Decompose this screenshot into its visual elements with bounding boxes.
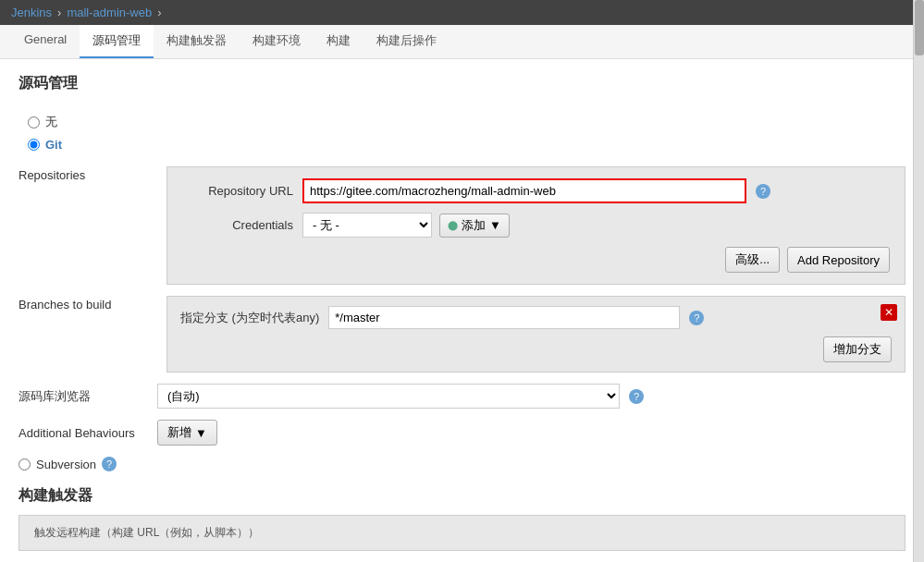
branch-specifier-label: 指定分支 (为空时代表any)	[180, 310, 319, 326]
branches-box: ✕ 指定分支 (为空时代表any) ? 增加分支	[166, 296, 906, 373]
radio-subversion[interactable]	[18, 458, 31, 470]
project-link[interactable]: mall-admin-web	[67, 6, 152, 19]
radio-group-scm: 无 Git	[28, 114, 906, 152]
subversion-help-icon[interactable]: ?	[102, 457, 117, 471]
repository-url-row: Repository URL ?	[182, 178, 890, 203]
radio-git-label: Git	[45, 138, 62, 152]
sep2: ›	[157, 6, 161, 19]
tab-source-management[interactable]: 源码管理	[80, 25, 154, 58]
tab-build-env[interactable]: 构建环境	[240, 25, 314, 58]
additional-behaviours-row: Additional Behaviours 新增 ▼	[18, 420, 906, 446]
tab-build-triggers[interactable]: 构建触发器	[154, 25, 240, 58]
section-title-triggers: 构建触发器	[18, 486, 906, 506]
repos-actions: 高级... Add Repository	[182, 247, 890, 273]
radio-none-label: 无	[45, 114, 57, 130]
delete-branch-button[interactable]: ✕	[881, 304, 897, 321]
new-label: 新增	[167, 424, 191, 441]
subversion-row: Subversion ?	[18, 457, 906, 471]
top-bar: Jenkins › mall-admin-web ›	[0, 0, 924, 25]
add-arrow-icon: ▼	[489, 218, 501, 232]
branch-actions: 增加分支	[180, 336, 892, 362]
repositories-box: Repository URL ? Credentials - 无 - ⬤	[166, 166, 906, 285]
advanced-button[interactable]: 高级...	[725, 247, 780, 273]
source-browser-label: 源码库浏览器	[18, 388, 148, 405]
add-credentials-button[interactable]: ⬤ 添加 ▼	[439, 214, 510, 238]
radio-item-git[interactable]: Git	[28, 138, 906, 152]
credentials-select[interactable]: - 无 -	[302, 213, 432, 238]
section-title-source: 源码管理	[18, 74, 906, 99]
branches-label-col: Branches to build	[18, 296, 166, 373]
credentials-controls: - 无 - ⬤ 添加 ▼	[302, 213, 510, 238]
trigger-box: 触发远程构建（构建 URL（例如，从脚本））	[18, 515, 906, 551]
tabs: General 源码管理 构建触发器 构建环境 构建 构建后操作	[0, 25, 924, 59]
new-arrow-icon: ▼	[195, 426, 207, 440]
add-repository-button[interactable]: Add Repository	[787, 247, 890, 273]
add-branch-button[interactable]: 增加分支	[823, 336, 892, 362]
credentials-row: Credentials - 无 - ⬤ 添加 ▼	[182, 213, 890, 238]
credentials-label: Credentials	[182, 218, 293, 232]
branch-help-icon[interactable]: ?	[689, 311, 704, 325]
branch-specifier-input[interactable]	[328, 306, 680, 329]
branches-label: Branches to build	[18, 298, 111, 312]
repo-url-help-icon[interactable]: ?	[756, 184, 770, 199]
new-behaviour-button[interactable]: 新增 ▼	[157, 420, 217, 446]
source-browser-help-icon[interactable]: ?	[629, 389, 644, 404]
add-dot-icon: ⬤	[448, 220, 458, 230]
tab-build[interactable]: 构建	[314, 25, 363, 58]
jenkins-link[interactable]: Jenkins	[11, 6, 52, 19]
tab-post-build[interactable]: 构建后操作	[363, 25, 450, 58]
scrollbar-thumb[interactable]	[915, 0, 924, 55]
source-browser-select[interactable]: (自动)	[157, 384, 620, 409]
repositories-content-col: Repository URL ? Credentials - 无 - ⬤	[166, 166, 906, 296]
sep1: ›	[57, 6, 61, 19]
radio-git[interactable]	[28, 139, 40, 151]
additional-behaviours-label: Additional Behaviours	[18, 426, 148, 440]
repositories-label-col: Repositories	[18, 166, 166, 296]
delete-icon: ✕	[884, 306, 893, 319]
main-content: General 源码管理 构建触发器 构建环境 构建 构建后操作 源码管理 无 …	[0, 25, 924, 562]
branches-content-col: ✕ 指定分支 (为空时代表any) ? 增加分支	[166, 296, 906, 373]
add-label: 添加	[462, 217, 486, 234]
content-area: 源码管理 无 Git Repositories Repository URL	[0, 59, 924, 562]
repositories-section: Repositories Repository URL ? Credential…	[18, 166, 906, 296]
repositories-label: Repositories	[18, 168, 85, 182]
repo-url-label: Repository URL	[182, 184, 293, 198]
source-browser-row: 源码库浏览器 (自动) ?	[18, 384, 906, 409]
trigger-text: 触发远程构建（构建 URL（例如，从脚本））	[34, 526, 259, 539]
repository-url-input[interactable]	[302, 178, 746, 203]
radio-item-none[interactable]: 无	[28, 114, 906, 130]
branch-field-row: 指定分支 (为空时代表any) ?	[180, 306, 892, 329]
scrollbar[interactable]	[913, 0, 924, 562]
subversion-label: Subversion	[36, 458, 96, 471]
branches-section: Branches to build ✕ 指定分支 (为空时代表any) ? 增加…	[18, 296, 906, 373]
radio-none[interactable]	[28, 116, 40, 128]
tab-general[interactable]: General	[11, 25, 80, 58]
